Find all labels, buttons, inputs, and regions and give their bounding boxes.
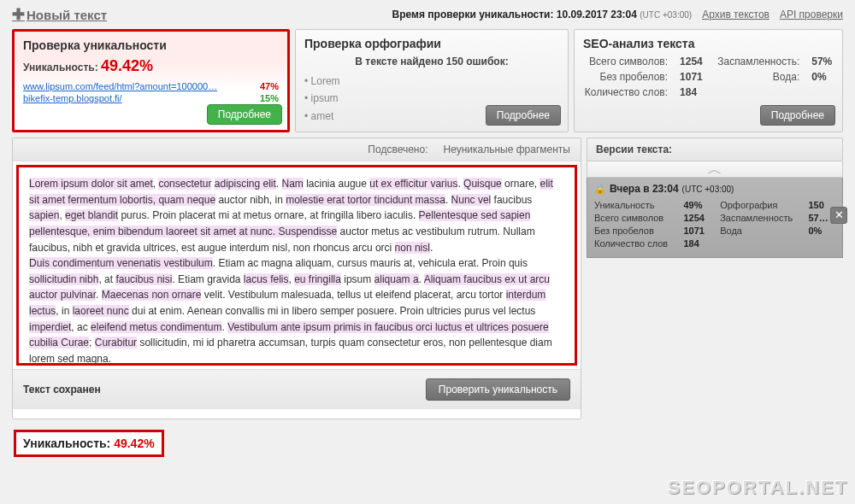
source-link[interactable]: bikefix-temp.blogspot.fi/ xyxy=(23,93,122,103)
seo-panel: SEO-анализ текста Всего символов:1254Зас… xyxy=(574,29,843,132)
seo-v2b: 0% xyxy=(811,71,834,83)
legend-value: Неуникальные фрагменты xyxy=(443,144,570,155)
source-pct: 15% xyxy=(260,93,279,103)
timestamp-value: 10.09.2017 23:04 xyxy=(557,9,637,21)
new-text-link[interactable]: ✚ Новый текст xyxy=(12,5,107,24)
seo-v3: 184 xyxy=(680,86,704,98)
lock-icon: 🔒 xyxy=(594,184,606,195)
vg-sym-l: Всего символов xyxy=(594,213,675,223)
uniqueness-panel: Проверка уникальности Уникальность: 49.4… xyxy=(12,29,290,132)
spelling-panel: Проверка орфографии В тексте найдено 150… xyxy=(295,29,569,132)
source-pct: 47% xyxy=(260,81,279,91)
seo-l1b: Заспамленность: xyxy=(716,56,799,67)
close-icon[interactable]: ✕ xyxy=(830,207,847,224)
vg-orf-l: Орфография xyxy=(720,200,799,210)
saved-label: Текст сохранен xyxy=(23,384,101,396)
seo-title: SEO-анализ текста xyxy=(583,37,834,50)
vg-nosp-l: Без пробелов xyxy=(594,226,675,236)
vg-spam-l: Заспамленность xyxy=(720,213,799,223)
highlight-legend: Подсвечено: Неуникальные фрагменты xyxy=(13,138,581,161)
check-uniqueness-button[interactable]: Проверить уникальность xyxy=(426,378,570,401)
seo-l3: Количество слов: xyxy=(583,86,668,98)
text-area-panel: Подсвечено: Неуникальные фрагменты Lorem… xyxy=(12,138,581,419)
spell-title: Проверка орфографии xyxy=(304,37,559,50)
vg-words-v: 184 xyxy=(683,238,711,249)
vg-uniq-v: 49% xyxy=(683,200,711,210)
version-tz: (UTC +03:00) xyxy=(682,185,734,194)
timestamp-tz: (UTC +03:00) xyxy=(640,10,692,20)
vg-water-v: 0% xyxy=(808,226,835,236)
seo-l2b: Вода: xyxy=(716,71,799,83)
watermark: SEOPORTAL.NET xyxy=(668,477,848,499)
error-item: • Lorem xyxy=(304,73,559,90)
uniq-pct: 49.42% xyxy=(101,57,153,74)
vg-nosp-v: 1071 xyxy=(683,226,711,236)
archive-link[interactable]: Архив текстов xyxy=(702,9,770,21)
legend-label: Подсвечено: xyxy=(368,144,428,155)
text-body: Lorem ipsum dolor sit amet, consectetur … xyxy=(16,165,577,366)
top-meta: Время проверки уникальности: 10.09.2017 … xyxy=(392,9,843,21)
timestamp-label: Время проверки уникальности: xyxy=(392,9,554,21)
versions-title: Версии текста: xyxy=(587,138,843,161)
new-text-label: Новый текст xyxy=(27,8,107,22)
uniq-sub-label: Уникальность: xyxy=(23,62,98,73)
version-time: Вчера в 23:04 xyxy=(610,183,679,195)
vg-words-l: Количество слов xyxy=(594,238,675,249)
seo-more-button[interactable]: Подробнее xyxy=(760,105,835,126)
api-link[interactable]: API проверки xyxy=(780,9,843,21)
seo-l1: Всего символов: xyxy=(583,56,668,67)
seo-l2: Без пробелов: xyxy=(583,71,668,83)
versions-collapse-icon[interactable]: ︿ xyxy=(587,161,843,178)
vg-sym-v: 1254 xyxy=(683,213,711,223)
final-uniqueness-box: Уникальность: 49.42% xyxy=(14,430,164,457)
vg-water-l: Вода xyxy=(720,226,799,236)
final-label: Уникальность: xyxy=(23,437,110,450)
vg-uniq-l: Уникальность xyxy=(594,200,675,210)
spell-sub: В тексте найдено 150 ошибок: xyxy=(304,56,559,67)
seo-v2: 1071 xyxy=(680,71,704,83)
seo-v1b: 57% xyxy=(811,56,834,67)
seo-v1: 1254 xyxy=(680,56,704,67)
uniq-title: Проверка уникальности xyxy=(23,38,279,52)
uniq-more-button[interactable]: Подробнее xyxy=(207,104,282,125)
version-card[interactable]: 🔒 Вчера в 23:04 (UTC +03:00) Уникальност… xyxy=(587,178,843,258)
plus-icon: ✚ xyxy=(12,5,25,24)
source-link[interactable]: www.lipsum.com/feed/html?amount=100000… xyxy=(23,81,217,91)
spell-more-button[interactable]: Подробнее xyxy=(486,105,561,126)
final-pct: 49.42% xyxy=(114,437,154,450)
